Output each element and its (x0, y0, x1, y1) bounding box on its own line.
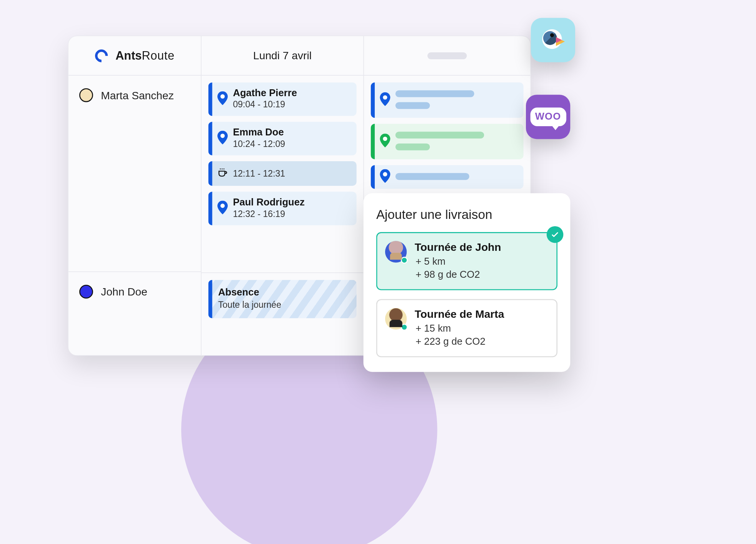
woo-label: WOO (530, 107, 566, 126)
day-column-main: Lundi 7 avril Agathe Pierre 09:04 - 10:1… (201, 36, 364, 355)
prestashop-icon (531, 18, 575, 62)
woocommerce-icon: WOO (526, 95, 570, 139)
stop-card-placeholder[interactable] (370, 124, 523, 159)
antsroute-logo-icon (92, 47, 110, 65)
driver-color-dot (79, 285, 93, 299)
placeholder-line (395, 173, 469, 180)
placeholder-line (395, 102, 430, 109)
tour-option-john[interactable]: Tournée de John + 5 km + 98 g de CO2 (376, 232, 557, 290)
tour-distance: + 5 km (414, 256, 501, 267)
tour-label: Tournée de Marta (414, 308, 504, 320)
absence-title: Absence (218, 287, 350, 298)
john-route-section: Absence Toute la journée (201, 272, 363, 323)
driver-name: John Doe (101, 285, 147, 299)
tour-option-marta[interactable]: Tournée de Marta + 15 km + 223 g de CO2 (376, 299, 557, 357)
app-logo: AntsRoute (68, 36, 200, 75)
stop-name: Paul Rodriguez (233, 197, 350, 208)
tour-distance: + 15 km (414, 323, 504, 334)
stop-card[interactable]: Paul Rodriguez 12:32 - 16:19 (208, 192, 356, 225)
placeholder-line (395, 90, 474, 97)
status-online-dot (401, 257, 407, 264)
stop-card-placeholder[interactable] (370, 165, 523, 189)
brand-thin: Route (142, 49, 174, 62)
drivers-column: AntsRoute Marta Sanchez John Doe (68, 36, 201, 355)
stop-time: 10:24 - 12:09 (233, 139, 350, 149)
brand-bold: Ants (115, 49, 142, 62)
location-pin-icon (217, 91, 228, 107)
placeholder-line (395, 144, 430, 150)
break-card[interactable]: 12:11 - 12:31 (208, 161, 356, 186)
date-header: Lundi 7 avril (201, 36, 363, 75)
tour-co2: + 98 g de CO2 (414, 269, 501, 280)
status-online-dot (401, 324, 407, 330)
absence-card[interactable]: Absence Toute la journée (208, 280, 356, 318)
placeholder-bar (427, 52, 467, 59)
marta-route-section: Agathe Pierre 09:04 - 10:19 Emma Doe 10:… (201, 75, 363, 272)
stop-time: 09:04 - 10:19 (233, 100, 350, 110)
date-header-placeholder (364, 36, 530, 75)
location-pin-icon (379, 169, 390, 185)
selected-check-icon (546, 226, 563, 243)
driver-row-john[interactable]: John Doe (68, 272, 200, 355)
add-delivery-popup: Ajouter une livraison Tournée de John + … (363, 193, 570, 372)
absence-subtitle: Toute la journée (218, 300, 350, 310)
avatar (385, 308, 406, 329)
avatar (385, 241, 406, 262)
popup-title: Ajouter une livraison (376, 207, 557, 222)
driver-name: Marta Sanchez (101, 88, 174, 102)
stop-card[interactable]: Agathe Pierre 09:04 - 10:19 (208, 82, 356, 116)
tour-label: Tournée de John (414, 241, 501, 254)
illustration-canvas: AntsRoute Marta Sanchez John Doe Lundi 7… (0, 0, 756, 544)
coffee-cup-icon (217, 167, 228, 180)
location-pin-icon (379, 133, 390, 149)
stop-name: Emma Doe (233, 127, 350, 138)
location-pin-icon (217, 200, 228, 216)
break-time: 12:11 - 12:31 (233, 167, 350, 179)
location-pin-icon (217, 131, 228, 147)
location-pin-icon (379, 92, 390, 108)
tour-co2: + 223 g de CO2 (414, 336, 504, 347)
driver-color-dot (79, 88, 93, 102)
stop-card[interactable]: Emma Doe 10:24 - 12:09 (208, 122, 356, 155)
stop-card-placeholder[interactable] (370, 82, 523, 118)
driver-row-marta[interactable]: Marta Sanchez (68, 75, 200, 271)
placeholder-line (395, 132, 484, 139)
stop-name: Agathe Pierre (233, 87, 350, 98)
stop-time: 12:32 - 16:19 (233, 209, 350, 219)
